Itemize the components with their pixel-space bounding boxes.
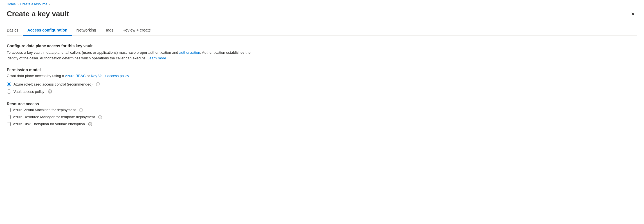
permission-model-title: Permission model <box>7 68 260 72</box>
permission-model-section: Permission model Grant data plane access… <box>7 68 260 94</box>
checkbox-disk-encryption[interactable]: Azure Disk Encryption for volume encrypt… <box>7 122 260 126</box>
checkbox-arm-deployment-label: Azure Resource Manager for template depl… <box>13 115 95 119</box>
configure-section-description: To access a key vault in data plane, all… <box>7 50 260 61</box>
resource-access-checkbox-group: Azure Virtual Machines for deployment ⓘ … <box>7 108 260 126</box>
breadcrumb: Home › Create a resource › <box>7 0 637 7</box>
tab-basics[interactable]: Basics <box>7 25 23 36</box>
breadcrumb-home[interactable]: Home <box>7 2 16 6</box>
checkbox-vm-deployment-label: Azure Virtual Machines for deployment <box>13 108 76 112</box>
checkbox-disk-encryption-input[interactable] <box>7 122 11 126</box>
ellipsis-button[interactable]: ··· <box>72 10 83 18</box>
checkbox-vm-deployment-input[interactable] <box>7 108 11 112</box>
configure-section: Configure data plane access for this key… <box>7 44 260 61</box>
resource-access-title: Resource access <box>7 102 260 106</box>
checkbox-arm-deployment[interactable]: Azure Resource Manager for template depl… <box>7 115 260 119</box>
tab-bar: Basics Access configuration Networking T… <box>7 25 637 36</box>
permission-desc-middle: or <box>86 74 91 78</box>
permission-model-radio-group: Azure role-based access control (recomme… <box>7 82 260 94</box>
radio-vault-policy-input[interactable] <box>7 89 11 94</box>
breadcrumb-separator-1: › <box>17 2 19 6</box>
page-title: Create a key vault <box>7 10 69 18</box>
permission-desc-text1: Grant data plane access by using a <box>7 74 65 78</box>
breadcrumb-separator-2: › <box>49 2 50 6</box>
key-vault-access-policy-link[interactable]: Key Vault access policy <box>91 74 129 78</box>
breadcrumb-create-resource[interactable]: Create a resource <box>20 2 47 6</box>
page-title-left: Create a key vault ··· <box>7 10 83 18</box>
radio-vault-policy-info-icon: ⓘ <box>48 89 52 93</box>
checkbox-disk-info-icon: ⓘ <box>88 122 92 126</box>
main-content: Configure data plane access for this key… <box>7 44 260 126</box>
learn-more-link[interactable]: Learn more <box>147 56 166 60</box>
radio-rbac[interactable]: Azure role-based access control (recomme… <box>7 82 260 86</box>
configure-desc-link-authorization[interactable]: authorization <box>179 50 200 55</box>
page-title-row: Create a key vault ··· ✕ <box>7 7 637 25</box>
radio-vault-policy[interactable]: Vault access policy ⓘ <box>7 89 260 94</box>
tab-review-create[interactable]: Review + create <box>118 25 155 36</box>
azure-rbac-link[interactable]: Azure RBAC <box>65 74 86 78</box>
tab-tags[interactable]: Tags <box>101 25 118 36</box>
permission-model-description: Grant data plane access by using a Azure… <box>7 74 260 78</box>
checkbox-disk-encryption-label: Azure Disk Encryption for volume encrypt… <box>13 122 85 126</box>
configure-section-title: Configure data plane access for this key… <box>7 44 260 48</box>
close-button[interactable]: ✕ <box>629 10 637 18</box>
checkbox-vm-deployment[interactable]: Azure Virtual Machines for deployment ⓘ <box>7 108 260 112</box>
radio-rbac-label: Azure role-based access control (recomme… <box>14 82 93 86</box>
tab-access-configuration[interactable]: Access configuration <box>23 25 72 36</box>
checkbox-arm-deployment-input[interactable] <box>7 115 11 119</box>
radio-vault-policy-label: Vault access policy <box>14 89 44 94</box>
tab-networking[interactable]: Networking <box>72 25 101 36</box>
checkbox-arm-info-icon: ⓘ <box>98 115 102 119</box>
radio-rbac-info-icon: ⓘ <box>96 82 100 86</box>
configure-desc-text1: To access a key vault in data plane, all… <box>7 50 179 55</box>
checkbox-vm-info-icon: ⓘ <box>79 108 83 112</box>
resource-access-section: Resource access Azure Virtual Machines f… <box>7 102 260 126</box>
radio-rbac-input[interactable] <box>7 82 11 86</box>
